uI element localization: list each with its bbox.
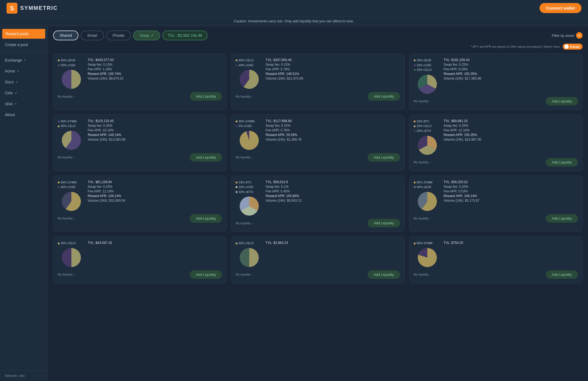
add-liquidity-button[interactable]: Add Liquidity xyxy=(368,92,400,101)
pool-tokens: 50% cEUR 50% cUSD xyxy=(58,58,85,68)
sidebar-item-docs[interactable]: Docs ↗ xyxy=(0,77,47,87)
sidebar-divider xyxy=(0,52,47,53)
token-color-dot xyxy=(58,64,60,66)
pool-my-liquidity: My liquidity: - xyxy=(58,273,75,276)
filter-plus-button[interactable]: + xyxy=(576,32,583,39)
pool-swap-fee: Swap fee: 0.1% xyxy=(266,185,400,189)
pool-tvl: TVL: $117,688.89 xyxy=(266,119,400,123)
add-liquidity-button[interactable]: Add Liquidity xyxy=(190,214,222,223)
pool-volume: Volume (24h): $9,675.02 xyxy=(88,77,222,80)
pool-my-liquidity: My liquidity: - xyxy=(414,99,431,103)
pool-token: 60% SYMM xyxy=(414,180,441,185)
token-color-dot xyxy=(414,243,416,244)
pool-fee-apr: Fee APR: 8.29% xyxy=(444,67,578,71)
toggle-dot xyxy=(564,44,569,49)
pool-chart-area: 80% SYMM xyxy=(414,241,441,267)
pool-volume: Volume (24h): $10,987.95 xyxy=(444,138,578,141)
sidebar-item-exchange[interactable]: Exchange ↗ xyxy=(0,55,47,66)
pool-volume: Volume (24h): $1,468.78 xyxy=(266,138,400,141)
pool-stats: TVL: $191,328.44 Swap fee: 0.25% Fee APR… xyxy=(444,58,578,94)
tab-shared[interactable]: Shared xyxy=(53,31,78,40)
pool-tvl: TVL: $2,864.23 xyxy=(266,241,400,245)
pool-card: 60% SYMM 40% cUSD TVL: $81,108.84 Swap f… xyxy=(53,176,227,232)
tab-swap[interactable]: Swap ↗ xyxy=(133,31,160,40)
switch-view-toggle[interactable]: Cards xyxy=(563,44,583,50)
pool-chart-area: 50% CELO xyxy=(58,241,85,267)
token-color-dot xyxy=(236,64,237,66)
token-label: 33% CELO xyxy=(417,68,432,72)
add-liquidity-button[interactable]: Add Liquidity xyxy=(546,158,578,167)
pool-card-inner: 33% BTC 33% cUSD 33% cETH TVL: $59,810.9… xyxy=(236,180,400,216)
token-color-dot xyxy=(414,182,416,183)
pool-footer: My liquidity: - Add Liquidity xyxy=(58,214,222,223)
tab-private[interactable]: Private xyxy=(106,31,131,40)
pool-token: 40% cUSD xyxy=(58,185,85,190)
pool-tvl: TVL: $59,810.9 xyxy=(266,180,400,184)
pool-fee-apr: Fee APR: 12.19% xyxy=(88,189,222,193)
token-color-dot xyxy=(236,59,237,61)
pool-tokens: 60% CELO 40% cUSD xyxy=(236,58,263,68)
pool-tokens: 33% BTC 33% CELO 33% cETH xyxy=(414,119,441,134)
pool-pie-chart xyxy=(62,131,81,150)
tab-smart[interactable]: Smart xyxy=(81,31,104,40)
token-color-dot xyxy=(236,243,237,244)
pool-token: 33% BTC xyxy=(236,180,263,185)
pool-card-inner: 50% CELO TVL: $43,587.18 xyxy=(58,241,222,267)
caution-bar: Caution: Investments carry risk. Only ad… xyxy=(0,16,588,26)
add-liquidity-button[interactable]: Add Liquidity xyxy=(368,270,400,279)
pool-swap-fee: Swap fee: 0.15% xyxy=(266,63,400,66)
pool-card: 33% BTC 33% cUSD 33% cETH TVL: $59,810.9… xyxy=(231,176,404,232)
add-liquidity-button[interactable]: Add Liquidity xyxy=(368,153,400,162)
add-liquidity-button[interactable]: Add Liquidity xyxy=(546,97,578,105)
sidebar-item-xdai[interactable]: xDai ↗ xyxy=(0,98,47,109)
pool-pie-chart xyxy=(418,75,437,94)
add-liquidity-button[interactable]: Add Liquidity xyxy=(190,153,222,162)
pool-reward-apr: Reward APR: 149.14% xyxy=(88,194,222,198)
pool-card: 60% SYMM 40% CELO TVL: $125,133.45 Swap … xyxy=(53,114,227,171)
pool-token: 33% cETH xyxy=(414,129,441,134)
pool-card: 80% SYMM TVL: $754.25 My liquidity: - Ad… xyxy=(409,236,583,283)
pool-card-inner: 60% SYMM 40% cEUR TVL: $56,320.02 Swap f… xyxy=(414,180,578,211)
pool-pie-chart xyxy=(418,136,437,155)
pool-tvl: TVL: $754.25 xyxy=(444,241,578,245)
sidebar-item-reward-pools[interactable]: Reward pools xyxy=(2,29,45,39)
external-link-icon: ↗ xyxy=(23,59,26,62)
add-liquidity-button[interactable]: Add Liquidity xyxy=(546,214,578,223)
logo-text: SYMMETRIC xyxy=(20,5,58,11)
sidebar-item-celo[interactable]: Celo ↗ xyxy=(0,87,47,98)
pool-swap-fee: Swap fee: 0.25% xyxy=(88,185,222,189)
pool-tokens: 60% SYMM 40% cUSD xyxy=(58,180,85,190)
sidebar-item-about[interactable]: About xyxy=(0,109,47,120)
sidebar-item-home[interactable]: Home ↗ xyxy=(0,66,47,77)
pool-my-liquidity: My liquidity: - xyxy=(414,273,431,276)
pool-card-inner: 95% SYMM 5% cUSD TVL: $117,688.89 Swap f… xyxy=(236,119,400,150)
pool-tvl: TVL: $125,133.45 xyxy=(88,119,222,123)
pool-chart-area: 95% SYMM 5% cUSD xyxy=(236,119,263,150)
token-color-dot xyxy=(58,59,60,61)
external-link-icon: ↗ xyxy=(14,102,17,106)
token-label: 60% SYMM xyxy=(61,180,77,185)
pool-stats: TVL: $56,320.02 Swap fee: 0.25% Fee APR:… xyxy=(444,180,578,211)
pool-tvl: TVL: $80,681.32 xyxy=(444,119,578,123)
token-label: 60% CELO xyxy=(239,58,254,63)
external-link-icon: ↗ xyxy=(15,80,18,84)
sidebar-item-create-pool[interactable]: Create a pool xyxy=(0,39,47,50)
add-liquidity-button[interactable]: Add Liquidity xyxy=(190,92,222,101)
add-liquidity-button[interactable]: Add Liquidity xyxy=(368,219,400,227)
pool-reward-apr: Reward APR: 155.35% xyxy=(444,72,578,76)
pool-pie-chart xyxy=(240,70,259,89)
pool-tokens: 33% BTC 33% cUSD 33% cETH xyxy=(236,180,263,195)
token-color-dot xyxy=(236,186,237,188)
add-liquidity-button[interactable]: Add Liquidity xyxy=(546,270,578,279)
add-liquidity-button[interactable]: Add Liquidity xyxy=(190,270,222,279)
pool-fee-apr: Fee APR: 5.45% xyxy=(266,189,400,193)
connect-wallet-button[interactable]: Connect wallet xyxy=(540,3,581,13)
pool-card: 60% CELO 40% cUSD TVL: $207,800.44 Swap … xyxy=(231,53,404,110)
pool-pie-chart xyxy=(62,248,81,267)
pool-card-inner: 60% SYMM 40% CELO TVL: $125,133.45 Swap … xyxy=(58,119,222,150)
pool-pie-chart xyxy=(240,248,259,267)
pool-chart-area: 60% SYMM 40% CELO xyxy=(58,119,85,150)
pool-volume: Volume (24h): $9,063.13 xyxy=(266,199,400,202)
pool-tokens: 60% SYMM 40% cEUR xyxy=(414,180,441,190)
pool-card: 50% cEUR 50% cUSD TVL: $449,377.03 Swap … xyxy=(53,53,227,110)
